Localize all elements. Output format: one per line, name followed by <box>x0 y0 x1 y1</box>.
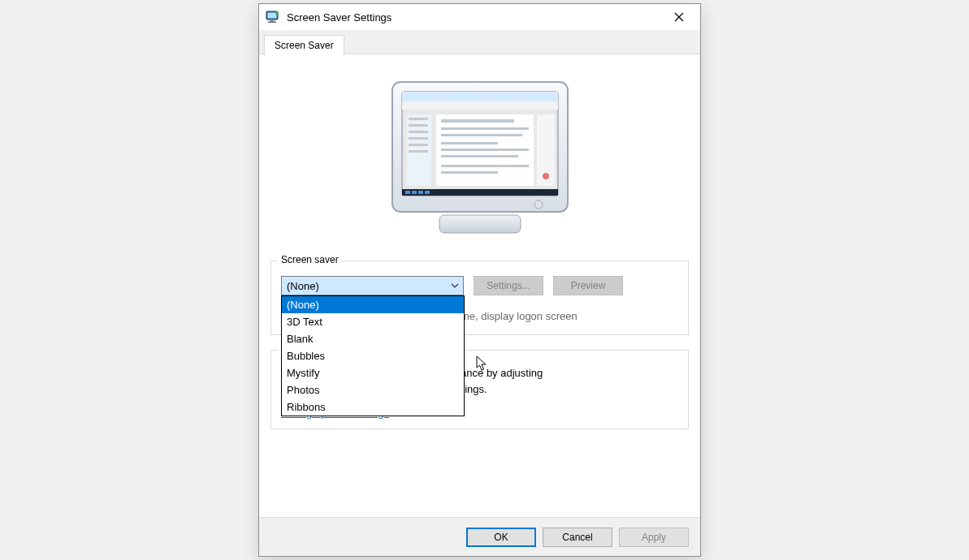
svg-point-26 <box>543 173 549 179</box>
cancel-button[interactable]: Cancel <box>543 528 612 547</box>
svg-rect-33 <box>439 215 521 233</box>
preview-button[interactable]: Preview <box>553 276 623 295</box>
svg-rect-2 <box>270 20 275 22</box>
svg-rect-22 <box>441 155 518 157</box>
svg-rect-13 <box>409 137 428 140</box>
dropdown-option[interactable]: 3D Text <box>282 313 464 330</box>
svg-rect-29 <box>412 191 417 194</box>
svg-rect-14 <box>409 144 428 146</box>
svg-point-4 <box>275 11 279 15</box>
svg-rect-11 <box>409 124 428 127</box>
svg-point-32 <box>534 200 543 209</box>
tab-screen-saver[interactable]: Screen Saver <box>264 35 344 55</box>
svg-rect-1 <box>268 13 277 19</box>
svg-rect-12 <box>409 131 428 133</box>
svg-rect-30 <box>418 191 423 194</box>
window-title: Screen Saver Settings <box>287 11 660 24</box>
screensaver-combobox[interactable]: (None) (None)3D TextBlankBubblesMystifyP… <box>281 276 464 295</box>
screen-saver-settings-dialog: Screen Saver Settings Screen Saver <box>258 3 701 557</box>
svg-rect-17 <box>441 119 514 123</box>
svg-rect-20 <box>441 142 498 144</box>
dropdown-option[interactable]: (None) <box>282 296 464 313</box>
dropdown-option[interactable]: Bubbles <box>282 347 464 364</box>
titlebar: Screen Saver Settings <box>259 4 700 30</box>
svg-rect-15 <box>409 150 428 153</box>
app-icon <box>266 10 280 24</box>
svg-rect-18 <box>441 127 529 130</box>
close-button[interactable] <box>660 6 697 28</box>
tab-label: Screen Saver <box>275 40 334 51</box>
svg-rect-21 <box>441 149 529 151</box>
monitor-preview <box>270 59 689 252</box>
svg-rect-8 <box>402 101 558 110</box>
chevron-down-icon <box>447 277 463 295</box>
dropdown-option[interactable]: Ribbons <box>282 398 464 416</box>
tab-content: Screen saver (None) (None)3D TextBlankBu… <box>259 54 700 429</box>
svg-rect-28 <box>405 191 410 194</box>
settings-button[interactable]: Settings... <box>474 276 543 295</box>
dropdown-option[interactable]: Mystify <box>282 364 464 381</box>
svg-rect-3 <box>268 22 276 24</box>
tab-strip: Screen Saver <box>259 30 700 54</box>
screensaver-dropdown[interactable]: (None)3D TextBlankBubblesMystifyPhotosRi… <box>281 295 465 416</box>
svg-rect-23 <box>441 165 529 167</box>
combobox-value: (None) <box>287 280 319 292</box>
svg-rect-24 <box>441 171 498 174</box>
svg-rect-10 <box>409 118 428 120</box>
screensaver-legend: Screen saver <box>278 254 342 265</box>
svg-rect-7 <box>402 92 558 101</box>
apply-button[interactable]: Apply <box>619 528 689 547</box>
dialog-footer: OK Cancel Apply <box>259 517 700 556</box>
svg-rect-19 <box>441 134 522 136</box>
dropdown-option[interactable]: Photos <box>282 381 464 398</box>
svg-rect-31 <box>425 191 430 194</box>
dropdown-option[interactable]: Blank <box>282 330 464 347</box>
ok-button[interactable]: OK <box>466 528 536 547</box>
screensaver-group: Screen saver (None) (None)3D TextBlankBu… <box>270 261 689 335</box>
